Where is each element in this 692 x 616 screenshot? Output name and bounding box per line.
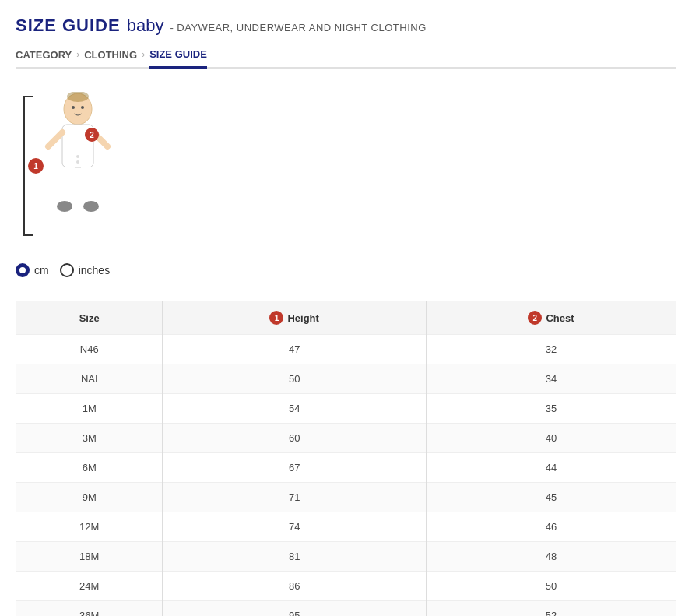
cell-chest: 46 xyxy=(426,512,676,542)
table-row: 6M6744 xyxy=(16,453,676,483)
svg-line-3 xyxy=(48,132,62,146)
cell-size: 3M xyxy=(16,424,163,453)
table-row: 9M7145 xyxy=(16,483,676,512)
cell-size: 12M xyxy=(16,512,163,542)
cell-height: 81 xyxy=(163,542,426,572)
table-row: 24M8650 xyxy=(16,572,676,601)
col-header-height: 1 Height xyxy=(163,301,426,335)
cell-size: 36M xyxy=(16,601,163,617)
title-size-guide: SIZE GUIDE xyxy=(16,16,121,36)
radio-inches[interactable] xyxy=(60,263,74,277)
cell-height: 86 xyxy=(163,572,426,601)
cell-chest: 52 xyxy=(426,601,676,617)
cell-size: 9M xyxy=(16,483,163,512)
radio-cm[interactable] xyxy=(16,263,30,277)
cell-height: 50 xyxy=(163,364,426,394)
breadcrumb-category[interactable]: CATEGORY xyxy=(16,49,72,61)
svg-point-10 xyxy=(76,155,79,158)
col-header-size: Size xyxy=(16,301,163,335)
cell-height: 47 xyxy=(163,335,426,364)
svg-line-5 xyxy=(66,167,70,205)
breadcrumb-clothing[interactable]: CLOTHING xyxy=(84,49,137,61)
figure-section: 1 xyxy=(16,92,676,240)
unit-cm[interactable]: cm xyxy=(16,263,49,277)
svg-point-7 xyxy=(57,201,72,212)
cell-height: 95 xyxy=(163,601,426,617)
cell-size: 24M xyxy=(16,572,163,601)
title-baby: baby xyxy=(127,16,164,36)
height-badge: 1 xyxy=(269,311,283,325)
baby-figure: 2 xyxy=(39,92,117,232)
cell-height: 54 xyxy=(163,394,426,424)
table-row: N464732 xyxy=(16,335,676,364)
size-table: Size 1 Height 2 Chest N464732NAI50341M54… xyxy=(16,301,676,616)
table-header-row: Size 1 Height 2 Chest xyxy=(16,301,676,335)
col-chest-label: Chest xyxy=(546,312,574,324)
col-height-badge-wrap: 1 Height xyxy=(269,311,318,325)
breadcrumb-sep-2: › xyxy=(142,49,145,60)
table-row: 36M9552 xyxy=(16,601,676,617)
table-row: NAI5034 xyxy=(16,364,676,394)
svg-line-6 xyxy=(86,167,90,205)
table-body: N464732NAI50341M54353M60406M67449M714512… xyxy=(16,335,676,617)
cell-height: 67 xyxy=(163,453,426,483)
svg-text:2: 2 xyxy=(90,131,94,139)
table-row: 18M8148 xyxy=(16,542,676,572)
cell-size: 1M xyxy=(16,394,163,424)
cell-chest: 35 xyxy=(426,394,676,424)
unit-cm-label: cm xyxy=(34,264,49,276)
baby-figure-container: 1 xyxy=(23,92,132,240)
unit-inches-label: inches xyxy=(79,264,110,276)
svg-point-8 xyxy=(83,201,99,212)
breadcrumb-size-guide: SIZE GUIDE xyxy=(149,48,207,69)
chest-badge: 2 xyxy=(528,311,542,325)
unit-inches[interactable]: inches xyxy=(60,263,110,277)
col-size-label: Size xyxy=(79,312,100,324)
table-row: 3M6040 xyxy=(16,424,676,453)
col-header-chest: 2 Chest xyxy=(426,301,676,335)
cell-height: 60 xyxy=(163,424,426,453)
title-subtitle: - DAYWEAR, UNDERWEAR AND NIGHT CLOTHING xyxy=(170,22,426,33)
cell-chest: 40 xyxy=(426,424,676,453)
cell-chest: 32 xyxy=(426,335,676,364)
cell-size: 18M xyxy=(16,542,163,572)
cell-chest: 34 xyxy=(426,364,676,394)
col-height-label: Height xyxy=(287,312,318,324)
svg-point-12 xyxy=(81,106,84,109)
svg-point-9 xyxy=(76,160,79,164)
cell-height: 71 xyxy=(163,483,426,512)
col-chest-badge-wrap: 2 Chest xyxy=(528,311,574,325)
cell-height: 74 xyxy=(163,512,426,542)
unit-toggle: cm inches xyxy=(16,263,676,277)
cell-chest: 48 xyxy=(426,542,676,572)
cell-size: N46 xyxy=(16,335,163,364)
cell-chest: 44 xyxy=(426,453,676,483)
cell-chest: 50 xyxy=(426,572,676,601)
breadcrumb: CATEGORY › CLOTHING › SIZE GUIDE xyxy=(16,48,676,69)
table-row: 1M5435 xyxy=(16,394,676,424)
table-row: 12M7446 xyxy=(16,512,676,542)
page-title-area: SIZE GUIDE baby - DAYWEAR, UNDERWEAR AND… xyxy=(16,16,676,36)
cell-size: NAI xyxy=(16,364,163,394)
cell-chest: 45 xyxy=(426,483,676,512)
svg-point-11 xyxy=(72,106,75,109)
breadcrumb-sep-1: › xyxy=(76,49,79,60)
page-wrapper: SIZE GUIDE baby - DAYWEAR, UNDERWEAR AND… xyxy=(0,0,692,616)
cell-size: 6M xyxy=(16,453,163,483)
